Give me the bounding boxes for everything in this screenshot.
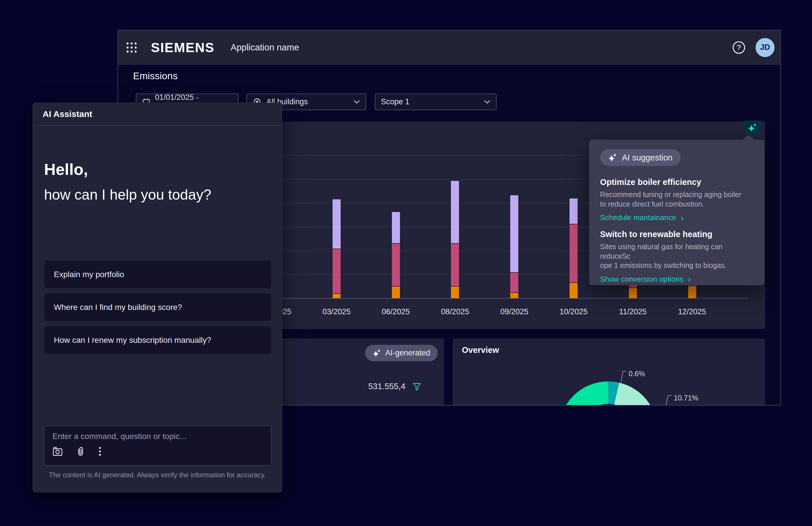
bar-segment-orange-segment <box>333 294 340 298</box>
overview-title: Overview <box>462 345 499 355</box>
suggestion-building-score[interactable]: Where can I find my building score? <box>44 293 271 321</box>
more-options-icon[interactable] <box>99 446 101 457</box>
x-axis-label: 08/2025 <box>441 307 469 316</box>
suggestion-renew-subscription[interactable]: How can I renew my subscription manually… <box>44 326 271 354</box>
bar-segment-lavender-segment <box>510 195 518 272</box>
user-avatar[interactable]: JD <box>756 38 774 57</box>
help-icon[interactable]: ? <box>732 41 746 55</box>
svg-text:?: ? <box>737 43 741 52</box>
ai-disclaimer: The content is AI generated. Always veri… <box>33 471 282 479</box>
bar-segment-rose-segment <box>510 273 518 293</box>
bar-segment-lavender-segment <box>569 198 578 224</box>
overview-card: Overview 0.6% 10.71% <box>453 339 765 406</box>
bar-segment-orange-segment <box>688 286 696 298</box>
camera-icon[interactable] <box>53 446 63 456</box>
bar-segment-rose-segment <box>569 224 578 282</box>
suggestion-body: Recommend tuning or replacing aging boil… <box>600 190 754 209</box>
x-axis-label: 03/2025 <box>322 307 351 316</box>
suggestion-body: Sites using natural gas for heating can … <box>600 242 754 270</box>
bar-segment-rose-segment <box>333 249 340 293</box>
ai-generated-badge: AI-generated <box>365 345 438 361</box>
bar-segment-rose-segment <box>392 244 400 286</box>
bar-segment-orange-segment <box>569 283 578 298</box>
suggestion-title: Optimize boiler efficiency <box>600 177 754 187</box>
chevron-down-icon <box>484 100 490 104</box>
x-axis-label: 11/2025 <box>619 307 647 316</box>
brand-logo: SIEMENS <box>151 40 215 55</box>
assistant-input-box <box>44 426 271 466</box>
ai-assistant-title: AI Assistant <box>33 103 282 126</box>
chevron-right-icon: › <box>681 213 684 222</box>
scope-value: Scope 1 <box>381 97 409 106</box>
ai-suggestion-popup: AI suggestion Optimize boiler efficiency… <box>589 140 765 285</box>
sparkle-icon <box>608 153 617 162</box>
application-name: Application name <box>231 42 299 53</box>
attachment-icon[interactable] <box>76 446 85 457</box>
app-launcher-icon[interactable] <box>126 42 137 53</box>
ai-suggestion-label: AI suggestion <box>622 153 673 162</box>
bar-segment-orange-segment <box>451 287 459 298</box>
page-title: Emissions <box>133 70 178 82</box>
suggestion-title: Switch to renewable heating <box>600 230 754 239</box>
bar-segment-orange-segment <box>510 293 518 298</box>
x-axis-label: 06/2025 <box>382 307 410 316</box>
x-axis-label: 12/2025 <box>678 307 706 316</box>
chevron-right-icon: › <box>688 275 691 283</box>
bar-segment-rose-segment <box>451 244 459 286</box>
pie-callout-small: 0.6% <box>614 370 645 383</box>
bar-segment-lavender-segment <box>451 181 459 243</box>
pie-callout-large: 10.71% <box>659 394 698 406</box>
chevron-down-icon <box>353 100 360 104</box>
sparkle-icon <box>748 123 757 132</box>
x-axis-label: 10/2025 <box>560 307 588 316</box>
bar-segment-lavender-segment <box>392 212 400 243</box>
bar-segment-orange-segment <box>629 288 637 298</box>
filter-funnel-icon[interactable] <box>412 382 422 391</box>
x-axis-label: 09/2025 <box>500 307 528 316</box>
bar-segment-orange-segment <box>392 287 400 298</box>
ai-generated-label: AI-generated <box>385 349 430 357</box>
sparkle-icon <box>373 349 381 357</box>
assistant-command-input[interactable] <box>53 432 263 441</box>
bar-segment-lavender-segment <box>333 199 340 248</box>
overview-donut-chart <box>559 381 657 406</box>
app-header: SIEMENS Application name ? JD <box>118 30 780 65</box>
summary-value: 531.555,4 <box>368 382 405 391</box>
scope-dropdown[interactable]: Scope 1 <box>375 94 496 110</box>
pie-callout-label: 0.6% <box>628 370 645 378</box>
assistant-greeting: Hello, how can I help you today? <box>44 160 211 203</box>
ai-assistant-panel: AI Assistant Hello, how can I help you t… <box>32 102 282 492</box>
ai-suggestion-badge: AI suggestion <box>600 149 681 166</box>
suggestion-explain-portfolio[interactable]: Explain my portfolio <box>44 260 271 288</box>
popup-arrow <box>742 135 755 140</box>
schedule-maintenance-link[interactable]: Schedule mantainance› <box>600 213 684 222</box>
pie-callout-label: 10.71% <box>674 394 698 402</box>
show-conversion-options-link[interactable]: Show conversion options› <box>600 275 691 284</box>
ai-insights-button[interactable] <box>744 121 762 134</box>
